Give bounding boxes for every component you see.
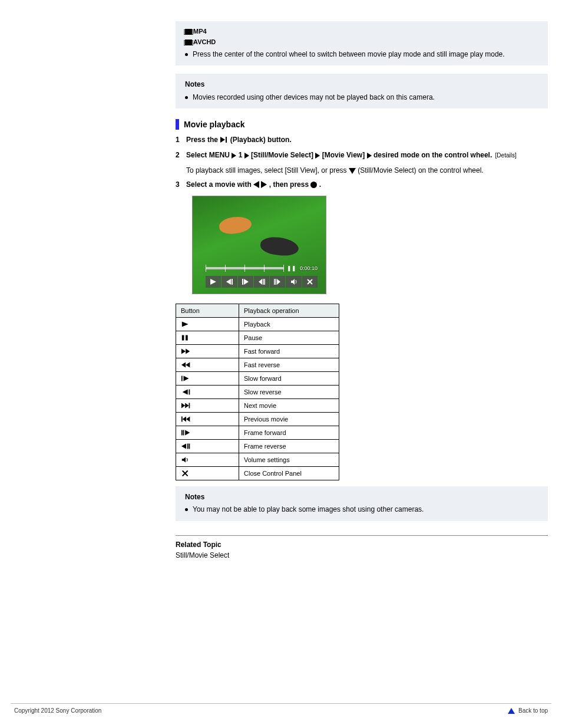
svg-marker-23 [181, 349, 186, 354]
operation-label: Slow reverse [239, 386, 339, 399]
svg-marker-6 [210, 279, 216, 285]
operation-label: Volume settings [239, 453, 339, 467]
table-row: Fast reverse [176, 358, 339, 372]
svg-rect-37 [181, 430, 183, 436]
mp4-icon: MP4 [185, 27, 538, 37]
pause-icon [176, 331, 239, 345]
play-btn[interactable] [206, 276, 221, 288]
svg-rect-1 [226, 137, 227, 143]
svg-marker-28 [184, 376, 189, 381]
svg-marker-35 [183, 417, 186, 422]
operation-label: Close Control Panel [239, 467, 339, 480]
svg-marker-24 [186, 349, 190, 354]
svg-rect-13 [264, 279, 265, 285]
slow-rev-btn[interactable] [254, 276, 269, 288]
svg-marker-7 [226, 279, 231, 285]
related-heading: Related Topic [176, 541, 548, 549]
note-text: Movies recorded using other devices may … [193, 93, 435, 103]
svg-rect-21 [182, 335, 184, 341]
note-text: Press the center of the control wheel to… [193, 50, 505, 60]
svg-marker-10 [244, 279, 249, 285]
details-link[interactable]: [Details] [495, 152, 517, 159]
operation-label: Previous movie [239, 413, 339, 426]
operation-label: Frame forward [239, 426, 339, 440]
svg-marker-17 [291, 279, 295, 285]
heading-accent [176, 119, 179, 130]
time-label: 0:00:10 [300, 265, 318, 271]
frame-fwd-btn[interactable] [238, 276, 253, 288]
table-row: Next movie [176, 399, 339, 413]
center-button-icon [310, 182, 317, 188]
svg-marker-36 [186, 417, 190, 422]
pause-icon: ❚❚ [287, 265, 296, 271]
operation-label: Pause [239, 331, 339, 345]
table-row: Pause [176, 331, 339, 345]
step-2-sub: To playback still images, select [Still … [186, 165, 548, 176]
svg-rect-41 [187, 444, 189, 449]
close-icon [176, 467, 239, 480]
svg-marker-16 [277, 279, 280, 285]
table-row: Frame forward [176, 426, 339, 440]
svg-rect-30 [189, 390, 190, 395]
operation-label: Fast reverse [239, 358, 339, 372]
step-3: 3Select a movie with , then press . [176, 179, 548, 190]
volume-btn[interactable] [286, 276, 301, 288]
table-row: Fast forward [176, 345, 339, 358]
svg-marker-39 [185, 430, 190, 436]
svg-rect-34 [181, 417, 183, 422]
close-btn[interactable] [302, 276, 318, 288]
svg-marker-43 [182, 457, 186, 463]
notes-box-1: Notes Movies recorded using other device… [176, 74, 548, 108]
operation-label: Playback [239, 318, 339, 331]
note-text: You may not be able to play back some im… [193, 505, 424, 515]
playback-icon [220, 136, 228, 146]
table-row: Slow reverse [176, 386, 339, 399]
step-2: 2Select MENU 1 [Still/Movie Select] [Mov… [176, 150, 548, 162]
copyright-text: Copyright 2012 Sony Corporation [14, 707, 101, 714]
vol-icon [176, 453, 239, 467]
bullet-icon [185, 96, 188, 99]
table-row: Frame reverse [176, 440, 339, 453]
framer-icon [176, 440, 239, 453]
control-bar [206, 276, 318, 288]
svg-rect-14 [274, 279, 275, 285]
operation-label: Frame reverse [239, 440, 339, 453]
frame-rev-btn[interactable] [222, 276, 237, 288]
svg-marker-11 [259, 279, 262, 285]
ffwd-icon [176, 345, 239, 358]
section-title: Movie playback [184, 120, 245, 129]
th-button: Button [176, 304, 239, 318]
svg-rect-33 [189, 403, 190, 409]
th-operation: Playback operation [239, 304, 339, 318]
slow-fwd-btn[interactable] [270, 276, 285, 288]
table-row: Volume settings [176, 453, 339, 467]
table-row: Slow forward [176, 372, 339, 386]
svg-rect-15 [276, 279, 277, 285]
section-heading: Movie playback [176, 119, 548, 130]
framef-icon [176, 426, 239, 440]
svg-rect-38 [183, 430, 184, 436]
footer: Copyright 2012 Sony Corporation Back to … [11, 703, 551, 714]
operation-label: Next movie [239, 399, 339, 413]
svg-marker-3 [244, 153, 249, 159]
svg-marker-40 [181, 444, 186, 449]
back-to-top-link[interactable]: Back to top [508, 707, 548, 714]
svg-rect-12 [263, 279, 264, 285]
related-link[interactable]: Still/Movie Select [176, 551, 229, 559]
controls-table: Button Playback operation PlaybackPauseF… [176, 304, 339, 480]
svg-marker-26 [186, 363, 190, 368]
bullet-icon [185, 53, 188, 56]
svg-rect-27 [181, 376, 183, 381]
right-arrow-icon [261, 181, 267, 188]
svg-marker-0 [220, 137, 225, 143]
slowr-icon [176, 386, 239, 399]
operation-label: Fast forward [239, 345, 339, 358]
down-arrow-icon [349, 168, 356, 174]
table-row: Playback [176, 318, 339, 331]
prev-icon [176, 413, 239, 426]
format-note-box: MP4 AVCHD Press the center of the contro… [176, 21, 548, 65]
notes-box-2: Notes You may not be able to play back s… [176, 486, 548, 521]
left-arrow-icon [253, 181, 259, 188]
table-row: Previous movie [176, 413, 339, 426]
svg-marker-5 [367, 153, 372, 159]
